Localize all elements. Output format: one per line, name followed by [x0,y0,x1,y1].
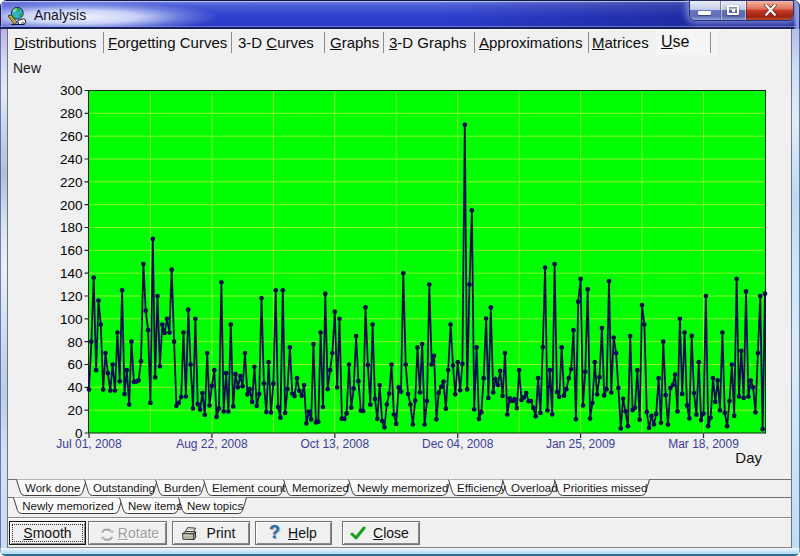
svg-text:60: 60 [67,357,82,372]
svg-text:100: 100 [60,312,83,327]
svg-text:240: 240 [60,152,83,167]
svg-text:Day: Day [735,449,762,466]
svg-text:200: 200 [60,198,83,213]
svg-text:40: 40 [67,380,82,395]
svg-text:Oct 13, 2008: Oct 13, 2008 [300,437,369,451]
svg-text:Aug 22, 2008: Aug 22, 2008 [176,437,248,451]
svg-text:220: 220 [60,175,83,190]
svg-text:140: 140 [60,266,83,281]
svg-text:300: 300 [60,83,83,98]
svg-text:80: 80 [67,335,82,350]
svg-text:20: 20 [67,403,82,418]
svg-text:160: 160 [60,243,83,258]
svg-text:Mar 18, 2009: Mar 18, 2009 [668,437,739,451]
svg-text:120: 120 [60,289,83,304]
svg-text:Jul 01, 2008: Jul 01, 2008 [56,437,122,451]
svg-text:260: 260 [60,129,83,144]
svg-text:Dec 04, 2008: Dec 04, 2008 [422,437,494,451]
svg-text:180: 180 [60,220,83,235]
svg-text:280: 280 [60,106,83,121]
svg-text:Jan 25, 2009: Jan 25, 2009 [546,437,616,451]
